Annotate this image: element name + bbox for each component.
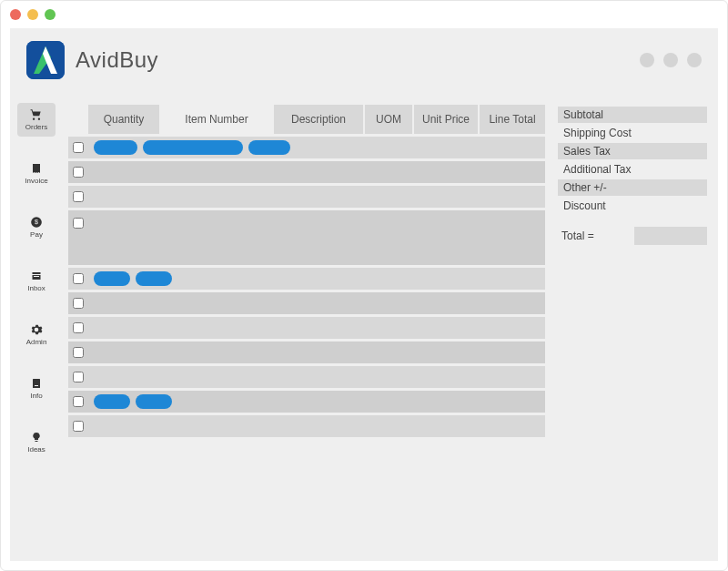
row-checkbox[interactable] xyxy=(73,273,84,284)
summary-sales-tax: Sales Tax xyxy=(558,143,707,159)
window-close-icon[interactable] xyxy=(10,9,21,20)
summary-discount: Discount xyxy=(558,198,707,214)
brand: AvidBuy xyxy=(26,41,158,79)
window-titlebar xyxy=(1,1,727,28)
app-chrome: AvidBuy Orders I xyxy=(10,28,718,561)
svg-text:$: $ xyxy=(35,219,38,225)
sidebar-item-invoice[interactable]: Invoice xyxy=(17,157,56,190)
col-description[interactable]: Description xyxy=(274,105,365,134)
summary-total-row: Total = xyxy=(558,227,707,245)
main-content: Quantity Item Number Description UOM Uni… xyxy=(63,92,718,561)
quantity-value[interactable] xyxy=(94,271,130,286)
sidebar-item-admin[interactable]: Admin xyxy=(17,318,56,352)
money-icon: $ xyxy=(29,216,44,229)
summary-panel: Subtotal Shipping Cost Sales Tax Additio… xyxy=(558,105,707,548)
gear-icon xyxy=(29,323,44,336)
summary-subtotal: Subtotal xyxy=(558,107,707,123)
col-checkbox xyxy=(68,105,88,134)
info-icon xyxy=(29,377,44,390)
header-action-2-icon[interactable] xyxy=(663,53,678,67)
table-row[interactable] xyxy=(68,137,545,158)
table-body xyxy=(68,134,545,437)
bulb-icon xyxy=(29,431,44,444)
row-checkbox[interactable] xyxy=(73,372,84,382)
svg-rect-6 xyxy=(35,385,38,386)
table-row[interactable] xyxy=(68,317,545,339)
order-table: Quantity Item Number Description UOM Uni… xyxy=(68,105,545,548)
table-row[interactable] xyxy=(68,415,545,437)
receipt-icon xyxy=(29,162,44,175)
table-row[interactable] xyxy=(68,210,545,265)
svg-rect-5 xyxy=(33,379,40,388)
summary-additional-tax: Additional Tax xyxy=(558,161,707,178)
description-value[interactable] xyxy=(248,140,290,155)
sidebar-item-label: Pay xyxy=(30,230,43,239)
app-header: AvidBuy xyxy=(10,28,718,92)
header-actions xyxy=(640,53,702,67)
item-number-value[interactable] xyxy=(143,140,243,155)
row-checkbox[interactable] xyxy=(73,191,84,202)
sidebar-item-ideas[interactable]: Ideas xyxy=(17,425,56,459)
row-checkbox[interactable] xyxy=(73,167,84,178)
row-checkbox[interactable] xyxy=(73,396,84,407)
summary-total-label: Total = xyxy=(558,229,594,242)
window-minimize-icon[interactable] xyxy=(27,9,38,20)
table-row[interactable] xyxy=(68,391,545,413)
sidebar-item-info[interactable]: Info xyxy=(17,372,56,405)
app-title: AvidBuy xyxy=(76,47,158,73)
table-row[interactable] xyxy=(68,186,545,208)
app-logo-icon xyxy=(26,41,65,79)
summary-shipping-cost: Shipping Cost xyxy=(558,125,707,141)
item-number-value[interactable] xyxy=(136,271,172,286)
table-row[interactable] xyxy=(68,292,545,314)
sidebar-item-label: Invoice xyxy=(25,177,47,185)
row-checkbox[interactable] xyxy=(73,322,84,333)
sidebar-item-inbox[interactable]: Inbox xyxy=(17,264,56,298)
col-uom[interactable]: UOM xyxy=(365,105,414,134)
table-header: Quantity Item Number Description UOM Uni… xyxy=(68,105,545,134)
inbox-icon xyxy=(29,270,44,282)
row-checkbox[interactable] xyxy=(73,142,84,153)
col-line-total[interactable]: Line Total xyxy=(480,105,545,134)
summary-other: Other +/- xyxy=(558,179,707,196)
row-checkbox[interactable] xyxy=(73,298,84,309)
quantity-value[interactable] xyxy=(94,394,130,409)
col-unit-price[interactable]: Unit Price xyxy=(414,105,480,134)
row-checkbox[interactable] xyxy=(73,347,84,358)
cart-icon xyxy=(29,108,44,121)
header-action-1-icon[interactable] xyxy=(640,53,654,67)
row-checkbox[interactable] xyxy=(73,218,84,229)
sidebar-item-label: Admin xyxy=(26,338,47,346)
col-quantity[interactable]: Quantity xyxy=(88,105,161,134)
window-maximize-icon[interactable] xyxy=(45,9,56,20)
table-row[interactable] xyxy=(68,268,545,290)
sidebar-item-label: Orders xyxy=(25,123,47,131)
sidebar-item-label: Ideas xyxy=(27,445,46,454)
item-number-value[interactable] xyxy=(136,394,172,409)
sidebar: Orders Invoice $ Pay xyxy=(10,92,63,561)
sidebar-item-orders[interactable]: Orders xyxy=(17,103,56,137)
app-body: Orders Invoice $ Pay xyxy=(10,92,718,561)
table-row[interactable] xyxy=(68,342,545,363)
header-action-3-icon[interactable] xyxy=(687,53,702,67)
summary-total-value xyxy=(634,227,707,245)
app-window: AvidBuy Orders I xyxy=(0,0,728,571)
table-row[interactable] xyxy=(68,366,545,388)
quantity-value[interactable] xyxy=(94,140,137,155)
sidebar-item-label: Info xyxy=(30,392,42,400)
row-checkbox[interactable] xyxy=(73,421,84,432)
sidebar-item-pay[interactable]: $ Pay xyxy=(17,210,56,244)
sidebar-item-label: Inbox xyxy=(27,284,46,292)
col-item-number[interactable]: Item Number xyxy=(161,105,274,134)
table-row[interactable] xyxy=(68,161,545,183)
